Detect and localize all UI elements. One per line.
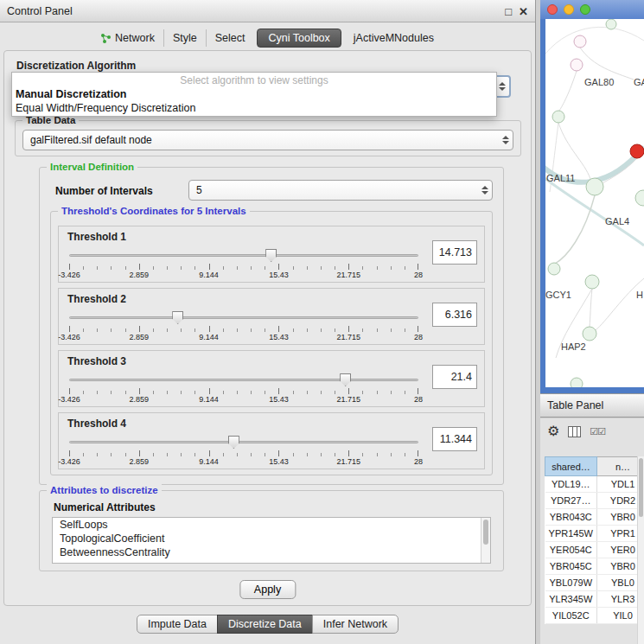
threshold-3-value-field[interactable]: 21.4 bbox=[432, 365, 477, 389]
table-cell[interactable]: YDL1 bbox=[597, 476, 639, 493]
attribute-list-item[interactable]: SelfLoops bbox=[53, 518, 490, 532]
minimize-traffic-light-icon[interactable] bbox=[564, 4, 574, 15]
select-all-checks-icon[interactable]: ☑☑ bbox=[590, 426, 605, 437]
list-scrollbar[interactable] bbox=[481, 518, 490, 563]
scale-tick-label: -3.426 bbox=[58, 457, 80, 466]
table-row[interactable]: YIL052CYIL0 bbox=[545, 608, 639, 624]
attributes-group: Attributes to discretize Numerical Attri… bbox=[39, 490, 504, 571]
zoom-traffic-light-icon[interactable] bbox=[580, 4, 590, 15]
network-node-label: GCY1 bbox=[545, 290, 571, 300]
table-cell[interactable]: YLR3 bbox=[597, 591, 639, 608]
table-cell[interactable]: YBL079W bbox=[545, 575, 597, 591]
columns-icon[interactable] bbox=[568, 426, 581, 437]
table-cell[interactable]: YDR27… bbox=[545, 493, 597, 509]
network-node[interactable] bbox=[586, 178, 603, 195]
network-canvas-svg[interactable]: GAL80GAGAL11GAL4GCY1HAP2H bbox=[545, 19, 644, 387]
tab-network[interactable]: Network bbox=[92, 29, 163, 47]
table-row[interactable]: YDL19…YDL1 bbox=[545, 476, 639, 493]
network-node[interactable] bbox=[583, 327, 596, 341]
threshold-2-panel: Threshold 2 6.316 -3.4262.8599.14415.432… bbox=[58, 288, 485, 345]
threshold-2-slider[interactable] bbox=[69, 311, 418, 324]
threshold-2-value-field[interactable]: 6.316 bbox=[432, 303, 477, 327]
scale-tick-label: 9.144 bbox=[199, 271, 219, 279]
threshold-4-value-field[interactable]: 11.344 bbox=[432, 427, 477, 451]
threshold-1-slider[interactable] bbox=[69, 249, 418, 262]
table-cell[interactable]: YBR0 bbox=[597, 558, 639, 575]
table-data-combo[interactable]: galFiltered.sif default node bbox=[22, 130, 513, 150]
table-cell[interactable]: YBR045C bbox=[545, 558, 597, 575]
apply-button[interactable]: Apply bbox=[239, 580, 296, 599]
network-node[interactable] bbox=[548, 263, 560, 275]
table-cell[interactable]: YDL19… bbox=[545, 476, 597, 493]
network-node[interactable] bbox=[630, 144, 644, 158]
table-cell[interactable]: YLR345W bbox=[545, 591, 597, 608]
table-row[interactable]: YBL079WYBL0 bbox=[545, 575, 639, 591]
slider-track[interactable] bbox=[69, 441, 418, 443]
threshold-4-slider[interactable] bbox=[69, 436, 418, 449]
table-row[interactable]: YPR145WYPR1 bbox=[545, 526, 639, 542]
tab-select[interactable]: Select bbox=[206, 29, 254, 47]
scale-tick-label: 2.859 bbox=[130, 333, 150, 341]
network-node[interactable] bbox=[606, 19, 616, 29]
scale-tick-label: 15.43 bbox=[269, 457, 289, 466]
table-panel-body: ⚙ ☑☑ shared… n… YDL19…YDL1YDR27…YDR2YBR0… bbox=[540, 418, 644, 644]
scrollbar-thumb[interactable] bbox=[483, 520, 488, 545]
scrollbar-thumb[interactable] bbox=[639, 458, 643, 517]
column-header-shared-name[interactable]: shared… bbox=[545, 457, 597, 476]
table-cell[interactable]: YER0 bbox=[597, 542, 639, 558]
network-node[interactable] bbox=[571, 378, 583, 387]
table-toolbar: ⚙ ☑☑ bbox=[547, 424, 605, 438]
slider-thumb[interactable] bbox=[265, 249, 277, 262]
table-row[interactable]: YBR045CYBR0 bbox=[545, 558, 639, 575]
numerical-attributes-list[interactable]: SelfLoopsTopologicalCoefficientBetweenne… bbox=[52, 517, 491, 564]
slider-track[interactable] bbox=[69, 254, 418, 257]
gear-icon[interactable]: ⚙ bbox=[547, 424, 559, 438]
table-cell[interactable]: YBR043C bbox=[545, 509, 597, 526]
tab-infer-network[interactable]: Infer Network bbox=[312, 615, 399, 634]
network-node-label: GAL11 bbox=[546, 173, 575, 183]
number-of-intervals-combo[interactable]: 5 bbox=[188, 180, 493, 201]
table-cell[interactable]: YPR1 bbox=[597, 526, 639, 542]
tab-cyni-toolbox[interactable]: Cyni Toolbox bbox=[257, 29, 341, 48]
table-cell[interactable]: YIL0 bbox=[597, 608, 639, 624]
slider-track[interactable] bbox=[69, 379, 418, 381]
threshold-3-slider[interactable] bbox=[69, 373, 418, 386]
slider-thumb[interactable] bbox=[228, 436, 239, 449]
table-scrollbar[interactable] bbox=[637, 456, 644, 644]
table-row[interactable]: YBR043CYBR0 bbox=[545, 509, 639, 526]
threshold-1-value-field[interactable]: 14.713 bbox=[432, 240, 477, 265]
table-row[interactable]: YLR345WYLR3 bbox=[545, 591, 639, 608]
table-row[interactable]: YDR27…YDR2 bbox=[545, 493, 639, 509]
tab-style[interactable]: Style bbox=[163, 29, 206, 47]
network-node[interactable] bbox=[552, 111, 564, 123]
table-cell[interactable]: YBR0 bbox=[597, 509, 639, 526]
table-cell[interactable]: YPR145W bbox=[545, 526, 597, 542]
table-cell[interactable]: YER054C bbox=[545, 542, 597, 558]
attribute-list-item[interactable]: TopologicalCoefficient bbox=[53, 532, 490, 545]
network-node[interactable] bbox=[585, 275, 599, 289]
tab-jactivemnodules[interactable]: jActiveMNodules bbox=[345, 29, 443, 47]
network-node[interactable] bbox=[571, 59, 583, 71]
close-icon[interactable]: ✕ bbox=[519, 5, 528, 18]
slider-thumb[interactable] bbox=[340, 373, 351, 386]
close-traffic-light-icon[interactable] bbox=[547, 4, 558, 15]
table-cell[interactable]: YBL0 bbox=[597, 575, 639, 591]
column-header-name[interactable]: n… bbox=[597, 457, 639, 476]
algorithm-option-equal-width[interactable]: Equal Width/Frequency Discretization bbox=[12, 101, 496, 115]
attribute-list-item[interactable]: BetweennessCentrality bbox=[53, 545, 490, 559]
slider-thumb[interactable] bbox=[172, 311, 183, 324]
network-node[interactable] bbox=[574, 35, 586, 48]
table-panel-header[interactable]: Table Panel bbox=[540, 393, 644, 418]
tab-impute-data[interactable]: Impute Data bbox=[137, 615, 218, 634]
table-cell[interactable]: YDR2 bbox=[597, 493, 639, 509]
slider-ticks bbox=[69, 450, 418, 457]
tab-discretize-data[interactable]: Discretize Data bbox=[217, 615, 313, 634]
tab-label: Network bbox=[115, 32, 155, 44]
network-canvas[interactable]: GAL80GAGAL11GAL4GCY1HAP2H bbox=[545, 19, 644, 387]
network-node[interactable] bbox=[635, 190, 644, 206]
table-row[interactable]: YER054CYER0 bbox=[545, 542, 639, 558]
table-cell[interactable]: YIL052C bbox=[545, 608, 597, 624]
minimize-icon[interactable]: □ bbox=[505, 5, 512, 18]
slider-track[interactable] bbox=[69, 316, 418, 319]
algorithm-option-manual[interactable]: Manual Discretization bbox=[12, 87, 496, 101]
